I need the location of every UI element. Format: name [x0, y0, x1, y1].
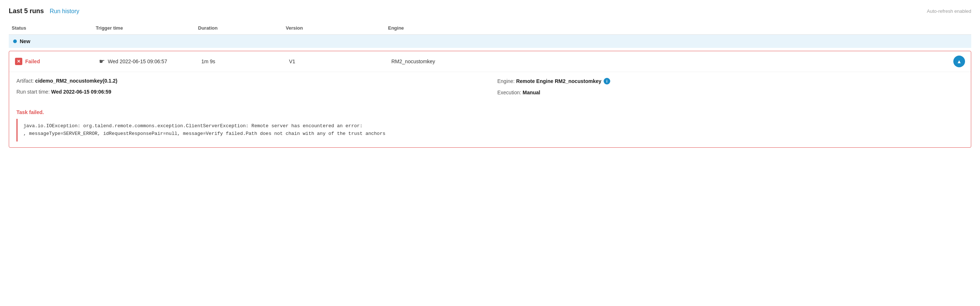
failed-icon: ✕ [15, 58, 22, 65]
info-letter: i [606, 79, 607, 83]
col-version: Version [283, 25, 385, 31]
run-card-0: ✕ Failed ☛ Wed 2022-06-15 09:06:57 1m 9s… [9, 51, 971, 148]
execution-row: Execution: Manual [497, 89, 964, 96]
col-engine: Engine [385, 25, 971, 31]
group-dot [13, 40, 17, 43]
error-line-2: , messageType=SERVER_ERROR, idRequestRes… [23, 130, 958, 138]
error-section: Task failed. java.io.IOException: org.ta… [9, 107, 971, 147]
duration-value: 1m 9s [201, 59, 215, 64]
detail-panel: Artifact: cidemo_RM2_nocustomkey(0.1.2) … [9, 72, 971, 107]
engine-detail-label: Engine: [497, 78, 514, 84]
run-row-0: ✕ Failed ☛ Wed 2022-06-15 09:06:57 1m 9s… [9, 51, 971, 72]
error-line-1: java.io.IOException: org.talend.remote.c… [23, 123, 958, 130]
header-left: Last 5 runs Run history [9, 7, 79, 15]
error-code-block: java.io.IOException: org.talend.remote.c… [16, 119, 964, 142]
engine-info: Remote Engine RM2_nocustomkey i [516, 78, 610, 84]
execution-value: Manual [522, 89, 540, 96]
detail-right: Engine: Remote Engine RM2_nocustomkey i … [490, 78, 964, 100]
engine-cell: RM2_nocustomkey [388, 59, 953, 64]
col-duration: Duration [195, 25, 283, 31]
engine-detail-value: Remote Engine RM2_nocustomkey [516, 78, 601, 84]
run-history-link[interactable]: Run history [50, 8, 79, 14]
duration-cell: 1m 9s [199, 59, 286, 64]
trigger-hand-icon: ☛ [99, 57, 105, 65]
col-trigger-time: Trigger time [93, 25, 195, 31]
version-cell: V1 [286, 59, 388, 64]
error-title: Task failed. [16, 109, 964, 115]
artifact-row: Artifact: cidemo_RM2_nocustomkey(0.1.2) [16, 78, 483, 84]
expand-button[interactable]: ▲ [953, 56, 965, 67]
group-row-new: New [9, 35, 971, 48]
trigger-cell: ☛ Wed 2022-06-15 09:06:57 [96, 57, 199, 65]
chevron-up-icon: ▲ [957, 59, 962, 64]
page-container: Last 5 runs Run history Auto-refresh ena… [0, 0, 980, 158]
auto-refresh-status: Auto-refresh enabled [927, 8, 971, 14]
detail-left: Artifact: cidemo_RM2_nocustomkey(0.1.2) … [16, 78, 490, 100]
header-row: Last 5 runs Run history Auto-refresh ena… [9, 7, 971, 15]
engine-row: Engine: Remote Engine RM2_nocustomkey i [497, 78, 964, 84]
col-status: Status [9, 25, 93, 31]
execution-label: Execution: [497, 89, 521, 96]
trigger-time-value: Wed 2022-06-15 09:06:57 [108, 59, 167, 64]
version-value: V1 [289, 59, 295, 64]
status-cell: ✕ Failed [12, 58, 96, 65]
info-icon[interactable]: i [604, 78, 610, 84]
run-start-label: Run start time: [16, 89, 50, 95]
engine-value: RM2_nocustomkey [391, 59, 435, 64]
status-label: Failed [25, 59, 40, 64]
group-label-new: New [20, 38, 30, 44]
column-headers: Status Trigger time Duration Version Eng… [9, 22, 971, 35]
run-start-row: Run start time: Wed 2022-06-15 09:06:59 [16, 89, 483, 95]
artifact-label: Artifact: [16, 78, 33, 84]
run-start-value: Wed 2022-06-15 09:06:59 [51, 89, 111, 95]
page-title: Last 5 runs [9, 7, 44, 15]
failed-x-icon: ✕ [17, 59, 21, 64]
artifact-value: cidemo_RM2_nocustomkey(0.1.2) [35, 78, 117, 84]
